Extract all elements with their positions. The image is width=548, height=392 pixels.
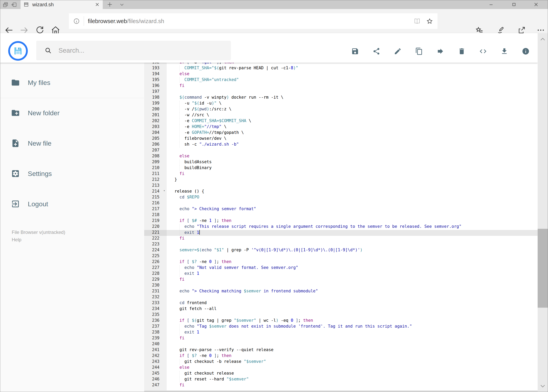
line-number[interactable]: 197 [144,89,167,95]
edit-button[interactable] [394,47,402,55]
line-number[interactable]: 205 [144,136,167,142]
line-number[interactable]: 195 [144,77,167,83]
line-number[interactable]: 216 [144,201,167,206]
browser-tab[interactable]: wizard.sh [21,0,103,9]
code-line[interactable]: cd $REPO [167,195,538,201]
line-number[interactable]: 192 [144,63,167,66]
line-number[interactable]: 202 [144,119,167,124]
code-line[interactable]: echo "Tag $semver does not exist in subm… [167,324,538,330]
code-line[interactable]: -e GOPATH=//tmp/gopath \ [167,130,538,136]
code-line[interactable]: fi [167,171,538,177]
line-number[interactable]: 241 [144,347,167,353]
line-number[interactable]: 219 [144,218,167,224]
code-line[interactable]: git checkout -b release "$semver" [167,359,538,365]
line-number[interactable]: 229 [144,277,167,283]
copy-button[interactable] [415,47,423,55]
tab-preview-icon[interactable] [2,1,9,8]
code-line[interactable]: git fetch --all [167,306,538,312]
line-number[interactable]: 199 [144,101,167,107]
code-line[interactable]: echo "This release script requires a sin… [167,224,538,230]
line-number[interactable]: 218 [144,212,167,218]
editor-gutter[interactable]: 1921931941951961971981992002012022032042… [144,63,167,392]
tab-list-chevron-icon[interactable] [119,2,125,8]
code-line[interactable]: buildAssets [167,160,538,165]
code-line[interactable]: -e HOME="//tmp" \ [167,124,538,130]
code-line[interactable]: else [167,365,538,371]
code-line[interactable]: echo "> Checking matching $semver in fro… [167,289,538,294]
code-line[interactable]: echo "Not valid semver format. See semve… [167,265,538,271]
code-line[interactable] [167,294,538,301]
line-number[interactable]: 194 [144,71,167,77]
code-line[interactable] [167,342,538,347]
line-number[interactable]: 245 [144,371,167,377]
line-number[interactable]: 232 [144,294,167,301]
code-line[interactable]: buildBinary [167,165,538,171]
code-line[interactable]: sh -c "./wizard.sh -b" [167,142,538,148]
save-button[interactable] [351,47,359,55]
url-text[interactable]: filebrowser.web/files/wizard.sh [88,18,414,24]
line-number[interactable]: 203 [144,124,167,130]
set-tabs-aside-icon[interactable] [11,1,17,8]
code-view-button[interactable] [479,47,487,55]
app-logo[interactable] [8,41,28,61]
horizontal-scrollbar[interactable] [144,391,538,392]
address-bar[interactable]: filebrowser.web/files/wizard.sh [69,13,437,29]
code-line[interactable]: COMMIT_SHA="$(git rev-parse HEAD | cut -… [167,66,538,71]
line-number[interactable]: 201 [144,112,167,119]
line-number[interactable]: 200 [144,107,167,112]
line-number[interactable]: 207 [144,148,167,154]
download-button[interactable] [500,47,508,55]
line-number[interactable]: 217 [144,206,167,212]
line-number[interactable]: 210 [144,165,167,171]
code-line[interactable] [167,212,538,218]
code-line[interactable]: -e COMMIT_SHA=$COMMIT_SHA \ [167,119,538,124]
maximize-button[interactable] [508,1,520,7]
line-number[interactable]: 224 [144,248,167,253]
code-line[interactable]: fi [167,383,538,388]
code-line[interactable]: if [ $? -ne 0 ]; then [167,259,538,265]
scrollbar-thumb[interactable] [538,229,548,308]
line-number[interactable]: 225 [144,253,167,259]
line-number[interactable]: 198 [144,95,167,101]
code-line[interactable]: -w //src \ [167,112,538,119]
line-number[interactable]: 236 [144,318,167,324]
code-line[interactable]: git reset --hard "$semver" [167,377,538,383]
line-number[interactable]: 223 [144,242,167,248]
line-number[interactable]: 209 [144,160,167,165]
line-number[interactable]: 228 [144,271,167,277]
line-number[interactable]: 196 [144,83,167,89]
sidebar-item-my-files[interactable]: My files [0,72,144,93]
line-number[interactable]: 238 [144,330,167,336]
line-number[interactable]: 240 [144,342,167,347]
scroll-up-icon[interactable] [539,36,546,43]
code-line[interactable]: release () { [167,189,538,195]
code-line[interactable]: exit 1 [167,230,538,236]
code-line[interactable] [167,283,538,289]
share-button[interactable] [373,47,380,55]
line-number[interactable]: 213 [144,183,167,189]
code-line[interactable]: COMMIT_SHA="untracked" [167,77,538,83]
code-line[interactable]: git checkout release [167,371,538,377]
code-line[interactable]: if [ $? -ne 0 ]; then [167,353,538,359]
line-number[interactable]: 233 [144,301,167,306]
sidebar-item-logout[interactable]: Logout [0,193,144,215]
code-line[interactable]: -u "$(id -u)" \ [167,101,538,107]
new-tab-button[interactable] [107,1,113,8]
code-line[interactable]: git rev-parse --verify --quiet release [167,347,538,353]
help-link[interactable]: Help [12,236,65,244]
code-line[interactable] [167,183,538,189]
code-line[interactable]: fi [167,83,538,89]
site-info-icon[interactable] [73,18,80,24]
code-line[interactable]: if [ $(git tag | grep "$semver" | wc -l)… [167,318,538,324]
scroll-down-icon[interactable] [539,383,546,389]
code-line[interactable]: $(command -v winpty) docker run --rm -it… [167,95,538,101]
fold-arrow-icon[interactable]: ▾ [163,189,165,192]
line-number[interactable]: 204 [144,130,167,136]
line-number[interactable]: 237 [144,324,167,330]
line-number[interactable]: 220 [144,224,167,230]
code-line[interactable]: if [ $# -ne 1 ]; then [167,218,538,224]
line-number[interactable]: 227 [144,265,167,271]
line-number[interactable]: 206 [144,142,167,148]
favorite-star-icon[interactable] [426,18,433,25]
code-line[interactable] [167,201,538,206]
